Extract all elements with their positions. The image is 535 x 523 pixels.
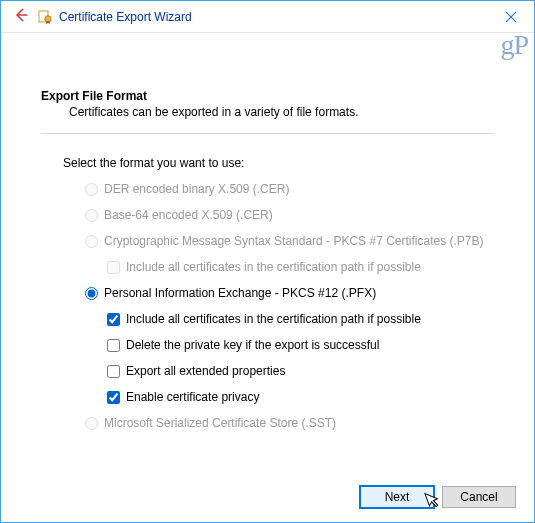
check-pkcs7-chain — [107, 261, 120, 274]
page-heading: Export File Format — [41, 89, 494, 103]
dialog-footer: Next Cancel — [360, 486, 516, 508]
option-pkcs7: Cryptographic Message Syntax Standard - … — [85, 230, 494, 252]
check-pfx-ext[interactable] — [107, 365, 120, 378]
option-der: DER encoded binary X.509 (.CER) — [85, 178, 494, 200]
label-pfx-privacy[interactable]: Enable certificate privacy — [122, 390, 259, 404]
option-base64: Base-64 encoded X.509 (.CER) — [85, 204, 494, 226]
option-pfx-delete-key[interactable]: Delete the private key if the export is … — [107, 334, 494, 356]
instruction-text: Select the format you want to use: — [41, 156, 494, 178]
label-der: DER encoded binary X.509 (.CER) — [100, 182, 289, 196]
certificate-icon — [37, 9, 53, 25]
label-pfx-chain[interactable]: Include all certificates in the certific… — [122, 312, 421, 326]
option-pfx-privacy[interactable]: Enable certificate privacy — [107, 386, 494, 408]
option-pfx-export-ext[interactable]: Export all extended properties — [107, 360, 494, 382]
option-pfx[interactable]: Personal Information Exchange - PKCS #12… — [85, 282, 494, 304]
label-pfx[interactable]: Personal Information Exchange - PKCS #12… — [100, 286, 376, 300]
radio-sst — [85, 417, 98, 430]
window-title: Certificate Export Wizard — [59, 10, 192, 24]
radio-der — [85, 183, 98, 196]
label-sst: Microsoft Serialized Certificate Store (… — [100, 416, 336, 430]
check-pfx-delete[interactable] — [107, 339, 120, 352]
option-sst: Microsoft Serialized Certificate Store (… — [85, 412, 494, 434]
label-pkcs7: Cryptographic Message Syntax Standard - … — [100, 234, 484, 248]
cancel-button[interactable]: Cancel — [442, 486, 516, 508]
close-button[interactable] — [488, 2, 534, 32]
label-pfx-ext[interactable]: Export all extended properties — [122, 364, 285, 378]
wizard-page: Export File Format Certificates can be e… — [1, 33, 534, 434]
option-pkcs7-include-chain: Include all certificates in the certific… — [107, 256, 494, 278]
next-button[interactable]: Next — [360, 486, 434, 508]
radio-base64 — [85, 209, 98, 222]
divider — [41, 133, 494, 134]
label-pkcs7-chain: Include all certificates in the certific… — [122, 260, 421, 274]
page-subheading: Certificates can be exported in a variet… — [41, 103, 494, 133]
label-pfx-delete[interactable]: Delete the private key if the export is … — [122, 338, 379, 352]
back-arrow-icon[interactable] — [1, 7, 37, 27]
close-icon — [506, 12, 516, 22]
check-pfx-chain[interactable] — [107, 313, 120, 326]
radio-pkcs7 — [85, 235, 98, 248]
format-options: DER encoded binary X.509 (.CER) Base-64 … — [41, 178, 494, 434]
option-pfx-include-chain[interactable]: Include all certificates in the certific… — [107, 308, 494, 330]
radio-pfx[interactable] — [85, 287, 98, 300]
titlebar: Certificate Export Wizard — [1, 1, 534, 33]
label-base64: Base-64 encoded X.509 (.CER) — [100, 208, 273, 222]
check-pfx-privacy[interactable] — [107, 391, 120, 404]
